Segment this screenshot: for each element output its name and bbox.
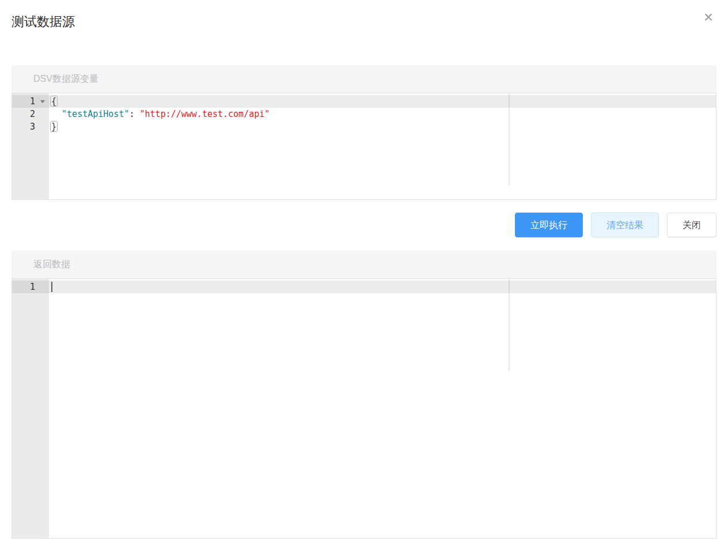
result-panel-title: 返回数据 (33, 259, 70, 271)
dsv-panel: DSV数据源变量 123 { "testApiHost": "http://ww… (12, 65, 716, 200)
dsv-code-editor[interactable]: 123 { "testApiHost": "http://www.test.co… (12, 93, 716, 200)
fold-arrow-icon[interactable] (40, 100, 45, 103)
line-number: 1 (12, 95, 49, 108)
code-line: } (49, 120, 716, 133)
result-panel: 返回数据 1 (12, 251, 716, 539)
line-number: 3 (12, 120, 49, 133)
result-editor-content[interactable] (49, 279, 716, 538)
result-code-lines (49, 279, 716, 293)
result-code-editor[interactable]: 1 (12, 278, 716, 539)
close-icon[interactable]: × (704, 9, 713, 25)
dialog-header: 测试数据源 × (12, 0, 716, 30)
test-datasource-dialog: 测试数据源 × DSV数据源变量 123 { "testApiHost": "h… (0, 0, 728, 560)
code-line: { (49, 95, 716, 108)
dsv-editor-gutter: 123 (12, 93, 49, 199)
dsv-panel-header: DSV数据源变量 (12, 65, 716, 93)
code-line (49, 281, 716, 293)
result-editor-gutter: 1 (12, 279, 49, 538)
dsv-code-lines: { "testApiHost": "http://www.test.com/ap… (49, 93, 716, 133)
result-panel-header: 返回数据 (12, 251, 716, 278)
execute-button[interactable]: 立即执行 (515, 213, 583, 237)
dialog-title: 测试数据源 (12, 14, 716, 30)
text-cursor (51, 282, 52, 292)
code-line: "testApiHost": "http://www.test.com/api" (49, 108, 716, 120)
line-number: 2 (12, 108, 49, 120)
dsv-panel-title: DSV数据源变量 (33, 73, 98, 85)
action-button-row: 立即执行 清空结果 关闭 (12, 213, 716, 237)
line-number: 1 (12, 281, 49, 293)
dsv-editor-content[interactable]: { "testApiHost": "http://www.test.com/ap… (49, 93, 716, 199)
close-button[interactable]: 关闭 (667, 213, 716, 237)
clear-results-button[interactable]: 清空结果 (591, 213, 659, 237)
